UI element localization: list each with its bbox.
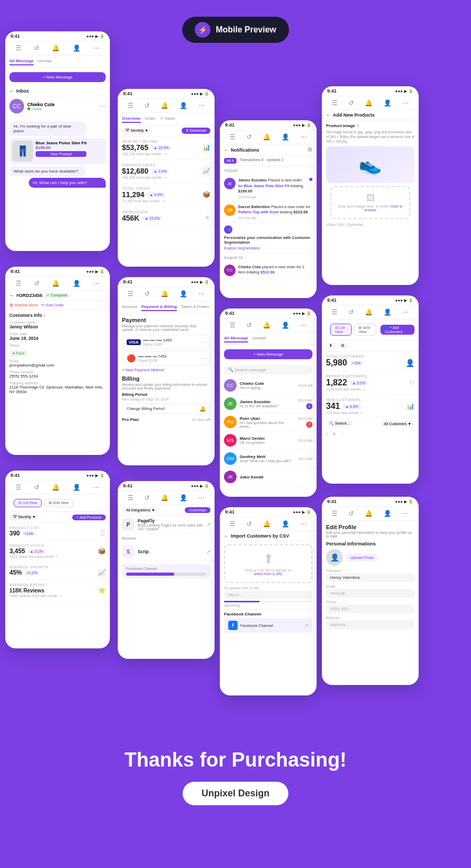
msg-chieko[interactable]: CC Chieko Cute You is typing... 09:25 AM	[220, 376, 317, 395]
external-link-icon-1[interactable]: ↗	[206, 522, 210, 528]
new-msg-button[interactable]: + New Message	[224, 349, 312, 359]
address-input[interactable]: Address...	[326, 620, 414, 629]
external-link-icon-2[interactable]: ↗	[206, 549, 210, 555]
product-list-icon: ☰	[100, 530, 106, 537]
list-view-btn[interactable]: ☰ List View	[330, 324, 352, 336]
contact-name: Chieko Cute	[27, 102, 55, 107]
grid-view-btn-9[interactable]: ⊞ Grid View	[44, 499, 73, 507]
add-customers-btn[interactable]: 👤+ Add Customers	[380, 325, 414, 335]
add-payment-btn[interactable]: + New Payment Method	[122, 368, 210, 372]
repeat-icon: ↻	[409, 379, 414, 386]
mastercard-icon: 🔴	[127, 354, 136, 362]
chat-bubble-2: What sizes do you have available?	[9, 166, 86, 176]
phone-field: Phone number (555) 555-1234	[9, 370, 106, 379]
tab-account[interactable]: Account	[122, 303, 137, 311]
phone-order-detail: 9:41 ●●● ▶ 🔋 ☰↺🔔👤⋯ ← #ORD23456 ✓ Complet…	[5, 267, 110, 455]
stat-impression: IMPRESSION 456K ▲ 15.2% 👁	[118, 207, 215, 226]
change-period-btn[interactable]: Change Billing Period 🔔	[122, 403, 210, 414]
msg-putri[interactable]: PU Putri Utari Hi I had question about t…	[220, 413, 317, 431]
msg-geofrey[interactable]: GM Geofrey Mott Sure! What can I help yo…	[220, 450, 317, 468]
upload-photo-btn[interactable]: Upload Photo	[346, 554, 378, 562]
filter-updated[interactable]: Updated 2	[266, 158, 283, 164]
msg-marci[interactable]: MS Marci Senter Ok, no problem 09:00 AM	[220, 431, 317, 450]
all-customers-filter[interactable]: All Customers ▼	[381, 421, 414, 427]
list-view-btn-9[interactable]: ☰ List View	[14, 499, 42, 507]
filter-all[interactable]: All 4	[224, 158, 237, 164]
address-label: Address	[326, 616, 414, 620]
stat-avg-rating: AVERAGE RATING 118K Reviews ⭐ +500 revie…	[5, 580, 110, 601]
more-filter-icon[interactable]: ⋮	[340, 431, 345, 437]
scrip-icon: S	[122, 545, 134, 558]
all-integrations-filter[interactable]: All Integrations ▼	[122, 507, 159, 513]
view-product-button[interactable]: View Product	[36, 151, 86, 157]
grid-view-btn[interactable]: ⊞ Grid View	[354, 324, 376, 336]
tab-unread-msg[interactable]: Unread	[252, 335, 266, 342]
new-message-button[interactable]: + New Message	[9, 72, 106, 82]
stat-repeat-customers: REPEAT CUSTOMERS 1,822 ▲ 5.2% ↻ +140 fro…	[322, 371, 419, 395]
search-customers[interactable]: 🔍 Search...	[326, 420, 353, 427]
stat-avg-sales: AVERAGE SALES $12,680 ▲ 3.4% 📈 +$2,156 f…	[118, 160, 215, 184]
payment-tabs: Account Payment & Billing Taxes & Duties	[118, 301, 215, 314]
fullname-input[interactable]: Henry Valentina	[326, 573, 414, 582]
refund-items-btn[interactable]: 🗑 Refund Items	[9, 303, 38, 307]
email-input[interactable]: henry@...	[326, 589, 414, 598]
facebook-channel-item[interactable]: f Facebook Channel ↗	[224, 618, 312, 633]
status-bar: 9:41 ●●● ▶ 🔋	[5, 31, 110, 41]
period-selector[interactable]: 📅 Monthly ▼	[122, 128, 151, 134]
add-products-btn[interactable]: + Add Products	[72, 515, 106, 520]
card-more-icon[interactable]: ⋯	[200, 339, 206, 345]
image-hint: The image format is .jpg, .jpeg, .png an…	[326, 130, 414, 144]
status-bar-10: 9:41 ●●● ▶ 🔋	[118, 481, 215, 491]
monthly-selector[interactable]: 📅 Monthly ▼	[9, 514, 39, 520]
phone-add-products: 9:41 ●●● ▶ 🔋 ☰↺🔔👤⋯ ←Add New Products Pro…	[322, 86, 419, 285]
stat-avg-growth: AVERAGE GROWTH 45% +1.2% 📈	[5, 562, 110, 580]
upload-area[interactable]: 🖼 Drop your image here, or select Click …	[330, 186, 410, 219]
explore-btn[interactable]: Explore Segmentation	[224, 246, 312, 250]
sort-icon[interactable]: ↕	[326, 431, 329, 437]
filter-transactions[interactable]: Transactions 6	[240, 158, 264, 164]
nav-bar: ☰↺🔔👤⋯	[5, 41, 110, 55]
nav-bar-2: ☰↺🔔👤⋯	[118, 99, 215, 113]
video-url-label: Video URL (Optional)	[326, 222, 414, 227]
download-button[interactable]: ⬇ Download	[182, 128, 210, 134]
tab-all-message[interactable]: All Message	[9, 58, 33, 65]
notif-avatar-1: JE	[224, 178, 236, 189]
tab-payment-billing[interactable]: Payment & Billing	[141, 303, 177, 311]
status-bar-12: 9:41 ●●● ▶ 🔋	[322, 497, 419, 507]
nav-bar-6: ☰↺🔔👤⋯	[118, 287, 215, 301]
notif-avatar-2: DB	[224, 204, 236, 216]
tab-order[interactable]: Order	[145, 115, 155, 123]
back-order: ← #ORD23456 ✓ Complete	[5, 291, 110, 301]
card-more-icon-2[interactable]: ⋯	[200, 356, 206, 361]
nav-bar-12: ☰↺🔔👤⋯	[322, 507, 419, 521]
tab-unread[interactable]: Unread	[38, 58, 51, 65]
csv-upload-area[interactable]: ⬆ Drop a CSV file to upload, or select f…	[224, 544, 312, 583]
stat-product-list: PRODUCT LIST 390 +148 ☰	[5, 523, 110, 541]
filter-icon-2[interactable]: ≡	[333, 431, 336, 437]
nav-bar-7: ☰↺🔔👤⋯	[220, 318, 317, 333]
phone-input[interactable]: (555) 555-...	[326, 604, 414, 613]
msg-james[interactable]: JE James Eusobio Hi, is this still avail…	[220, 395, 317, 413]
customize-btn[interactable]: Customize	[185, 507, 210, 513]
search-message-input[interactable]: 🔍 Search message	[224, 366, 312, 374]
payment-desc: Manage your payment methods securely. Ad…	[122, 324, 210, 332]
pagefly-icon: P	[122, 518, 134, 531]
tab-taxes[interactable]: Taxes & Duties	[181, 303, 209, 311]
edit-order-btn[interactable]: ✏ Edit Order	[41, 303, 64, 307]
settings-icon[interactable]: ⚙	[307, 146, 312, 153]
tab-overview[interactable]: Overview	[122, 115, 141, 123]
msg-joko[interactable]: JK Joko Kendil	[220, 468, 317, 486]
lightning-icon: ⚡	[195, 22, 210, 38]
tab-sales[interactable]: ↗ Sales	[160, 115, 175, 123]
chart-icon-3: 📦	[203, 191, 210, 198]
phone-dashboard: 9:41 ●●● ▶ 🔋 ☰↺🔔👤⋯ Overview Order ↗ Sale…	[118, 89, 215, 267]
select-url-btn[interactable]: select from a URL	[231, 572, 305, 576]
url-input[interactable]: https://...	[224, 591, 312, 599]
external-link-icon-3[interactable]: ↗	[304, 623, 308, 629]
back-csv: ←Import Customers by CSV	[220, 531, 317, 541]
more-options[interactable]: ⋯	[99, 102, 106, 110]
tab-all-msg[interactable]: All Message	[224, 335, 248, 342]
filter-icon[interactable]: ⊞	[338, 342, 347, 349]
download-icon[interactable]: ⬇	[326, 342, 335, 349]
card-mc: 🔴 •••• ••••• ••• 7450 Expiry 02/28 ⋯	[122, 351, 210, 366]
